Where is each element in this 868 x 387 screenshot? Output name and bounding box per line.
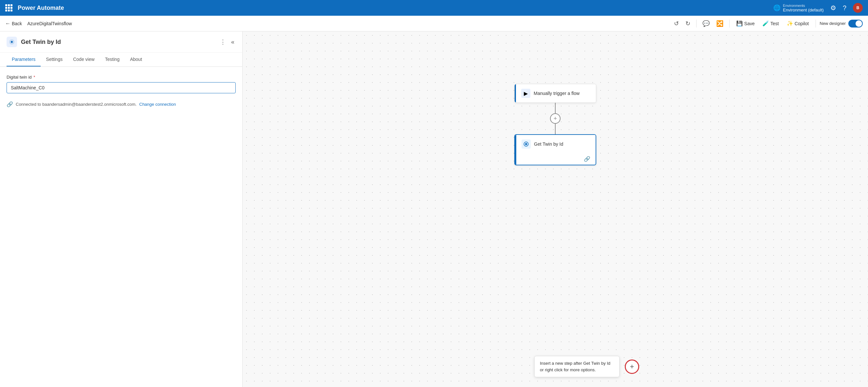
- version-button[interactable]: 🔀: [714, 19, 725, 29]
- trigger-node[interactable]: ▶ Manually trigger a flow: [514, 84, 596, 103]
- back-label: Back: [12, 21, 22, 26]
- add-step-button[interactable]: +: [625, 359, 639, 374]
- toolbar: ← Back AzureDigitalTwinsflow ↺ ↻ 💬 🔀 💾 S…: [0, 16, 868, 31]
- main-layout: Get Twin by Id ⋮ « Parameters Settings C…: [0, 31, 868, 387]
- tab-parameters[interactable]: Parameters: [6, 53, 41, 67]
- apps-grid-icon[interactable]: [5, 4, 12, 11]
- get-twin-node-title: Get Twin by Id: [534, 141, 563, 147]
- panel-node-icon: [6, 37, 17, 47]
- connection-row: 🔗 Connected to baandersadmin@baanderstes…: [6, 101, 236, 107]
- toggle-switch[interactable]: [848, 20, 863, 28]
- new-designer-toggle[interactable]: New designer: [820, 20, 863, 28]
- node-accent-selected: [515, 135, 516, 165]
- add-step-icon: +: [630, 362, 634, 371]
- settings-icon[interactable]: ⚙: [830, 4, 836, 12]
- tab-about[interactable]: About: [125, 53, 148, 67]
- app-logo: Power Automate: [18, 5, 64, 11]
- help-icon[interactable]: ?: [843, 4, 846, 12]
- tab-settings[interactable]: Settings: [41, 53, 68, 67]
- connector-line-2: [555, 124, 556, 134]
- node-accent: [515, 84, 516, 103]
- canvas: ▶ Manually trigger a flow +: [243, 31, 868, 387]
- left-panel: Get Twin by Id ⋮ « Parameters Settings C…: [0, 31, 243, 387]
- get-twin-node[interactable]: Get Twin by Id 🔗: [514, 134, 596, 165]
- get-twin-node-icon: [522, 139, 531, 149]
- connector-line-1: [555, 103, 556, 113]
- tab-code-view[interactable]: Code view: [68, 53, 100, 67]
- globe-icon: 🌐: [773, 4, 780, 11]
- top-nav: Power Automate 🌐 Environments Environmen…: [0, 0, 868, 16]
- separator-3: [815, 20, 816, 28]
- connection-text: Connected to baandersadmin@baanderstest2…: [16, 102, 137, 107]
- tab-testing[interactable]: Testing: [100, 53, 125, 67]
- get-twin-node-wrapper: Get Twin by Id 🔗: [514, 134, 596, 165]
- undo-button[interactable]: ↺: [672, 19, 681, 29]
- trigger-node-header: ▶ Manually trigger a flow: [515, 84, 596, 103]
- new-designer-label: New designer: [820, 21, 846, 26]
- collapse-panel-button[interactable]: «: [230, 37, 236, 47]
- copilot-icon: ✨: [787, 20, 793, 27]
- env-name: Environment (default): [783, 7, 824, 12]
- required-marker: *: [33, 75, 35, 79]
- get-twin-node-header: Get Twin by Id: [515, 135, 596, 153]
- tooltip-container: Insert a new step after Get Twin by Id o…: [534, 356, 639, 377]
- test-button[interactable]: 🧪 Test: [760, 19, 781, 28]
- panel-header: Get Twin by Id ⋮ «: [0, 31, 242, 53]
- add-between-button[interactable]: +: [550, 113, 561, 124]
- tooltip-box: Insert a new step after Get Twin by Id o…: [534, 356, 620, 377]
- get-twin-node-footer: 🔗: [515, 153, 596, 165]
- more-options-button[interactable]: ⋮: [219, 37, 227, 47]
- copilot-button[interactable]: ✨ Copilot: [784, 19, 812, 28]
- copilot-label: Copilot: [795, 21, 809, 26]
- tabs: Parameters Settings Code view Testing Ab…: [0, 53, 242, 67]
- back-arrow-icon: ←: [5, 21, 10, 27]
- field-label: Digital twin id *: [6, 75, 236, 79]
- separator-1: [696, 20, 696, 28]
- toggle-knob: [856, 20, 862, 27]
- save-button[interactable]: 💾 Save: [734, 19, 757, 28]
- connection-icon: 🔗: [6, 101, 13, 107]
- flow-name[interactable]: AzureDigitalTwinsflow: [27, 21, 72, 26]
- avatar[interactable]: B: [853, 3, 863, 13]
- back-button[interactable]: ← Back: [5, 21, 22, 27]
- test-label: Test: [770, 21, 779, 26]
- panel-title: Get Twin by Id: [21, 39, 215, 45]
- panel-content: Digital twin id * 🔗 Connected to baander…: [0, 67, 242, 115]
- env-label: Environments: [783, 4, 824, 7]
- panel-header-actions: ⋮ «: [219, 37, 236, 47]
- redo-button[interactable]: ↻: [683, 19, 692, 29]
- digital-twin-id-input[interactable]: [6, 82, 236, 93]
- comment-button[interactable]: 💬: [701, 19, 712, 29]
- trigger-node-title: Manually trigger a flow: [534, 91, 580, 96]
- save-label: Save: [744, 21, 754, 26]
- environment-selector[interactable]: 🌐 Environments Environment (default): [773, 4, 824, 12]
- link-icon: 🔗: [584, 156, 590, 162]
- flow-container: ▶ Manually trigger a flow +: [514, 84, 596, 165]
- trigger-node-wrapper: ▶ Manually trigger a flow: [514, 84, 596, 103]
- change-connection-link[interactable]: Change connection: [139, 102, 176, 107]
- trigger-node-icon: ▶: [521, 89, 530, 98]
- save-icon: 💾: [736, 20, 743, 27]
- test-icon: 🧪: [763, 20, 769, 27]
